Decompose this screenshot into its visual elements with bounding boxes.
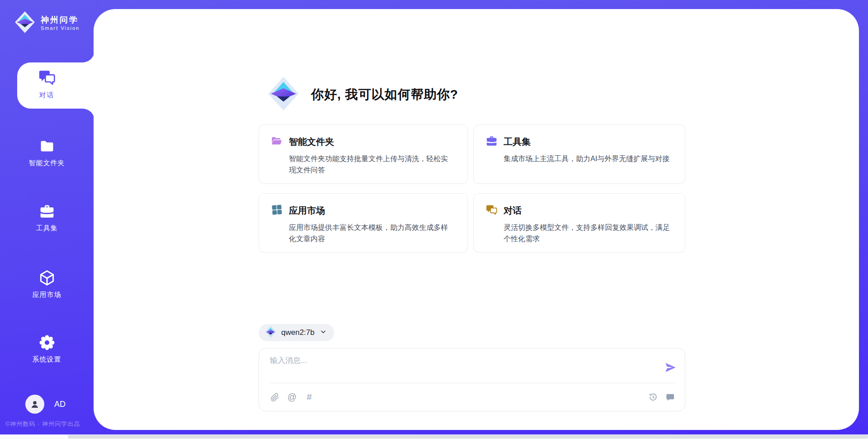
message-composer: @ #	[259, 348, 685, 411]
diamond-logo-icon	[265, 326, 276, 340]
greeting: 你好, 我可以如何帮助你?	[268, 75, 458, 114]
sidebar-item-chat[interactable]: 对话	[0, 68, 94, 100]
card-chat[interactable]: 对话 灵活切换多模型文件，支持多样回复效果调试，满足个性化需求	[473, 193, 685, 253]
card-title: 工具集	[504, 136, 531, 148]
scrollbar-thumb[interactable]	[68, 435, 868, 439]
toolbox-icon	[38, 203, 56, 220]
card-app-market[interactable]: 应用市场 应用市场提供丰富长文本模板，助力高效生成多样化文章内容	[259, 193, 468, 253]
grid-icon	[271, 204, 283, 218]
sidebar-item-label: 系统设置	[33, 355, 61, 364]
horizontal-scrollbar[interactable]	[0, 434, 868, 439]
user-account[interactable]: AD	[25, 395, 66, 414]
cube-icon	[38, 269, 56, 286]
chat-bubble-icon[interactable]	[665, 392, 675, 402]
card-title: 智能文件夹	[289, 136, 334, 148]
main-panel: 你好, 我可以如何帮助你? 智能文件夹 智能文件夹功能支持批量文件上传与清洗，轻…	[94, 9, 859, 430]
diamond-logo-icon	[268, 75, 299, 114]
card-toolset[interactable]: 工具集 集成市场上主流工具，助力AI与外界无缝扩展与对接	[473, 124, 685, 184]
card-title: 对话	[504, 205, 522, 217]
user-initials: AD	[54, 400, 66, 409]
brand-subtitle: Smart Vision	[41, 25, 80, 31]
folder-icon	[38, 138, 56, 155]
sidebar-item-settings[interactable]: 系统设置	[0, 334, 94, 364]
paperclip-icon[interactable]	[270, 392, 280, 402]
sidebar-item-app-market[interactable]: 应用市场	[0, 269, 94, 299]
card-description: 应用市场提供丰富长文本模板，助力高效生成多样化文章内容	[289, 222, 456, 245]
gear-icon	[38, 334, 56, 351]
folder-open-icon	[271, 135, 283, 149]
diamond-logo-icon	[14, 11, 36, 35]
card-description: 智能文件夹功能支持批量文件上传与清洗，轻松实现文件问答	[289, 153, 456, 176]
chevron-down-icon	[320, 328, 327, 337]
send-icon[interactable]	[664, 361, 677, 374]
feature-cards: 智能文件夹 智能文件夹功能支持批量文件上传与清洗，轻松实现文件问答 工具集 集成…	[259, 124, 685, 253]
copyright-text: ©神州数码 · 神州问学出品	[5, 420, 80, 428]
sidebar-item-label: 对话	[39, 91, 55, 100]
greeting-text: 你好, 我可以如何帮助你?	[311, 86, 458, 103]
mention-icon[interactable]: @	[287, 392, 297, 402]
brand-name: 神州问学	[41, 15, 80, 25]
card-description: 集成市场上主流工具，助力AI与外界无缝扩展与对接	[504, 153, 673, 165]
hash-icon[interactable]: #	[304, 392, 314, 402]
chat-icon	[486, 204, 498, 218]
model-selector[interactable]: qwen2:7b	[259, 324, 334, 341]
brand-logo: 神州问学 Smart Vision	[14, 11, 80, 35]
sidebar-item-label: 应用市场	[33, 291, 61, 299]
card-smart-folder[interactable]: 智能文件夹 智能文件夹功能支持批量文件上传与清洗，轻松实现文件问答	[259, 124, 468, 184]
sidebar-item-label: 智能文件夹	[29, 159, 65, 167]
sidebar-item-label: 工具集	[36, 224, 58, 233]
avatar	[25, 395, 44, 414]
model-name: qwen2:7b	[281, 328, 315, 337]
card-title: 应用市场	[289, 205, 325, 217]
composer-toolbar: @ #	[270, 383, 675, 411]
sidebar-item-smart-folder[interactable]: 智能文件夹	[0, 138, 94, 167]
chat-icon	[38, 68, 57, 87]
history-icon[interactable]	[648, 392, 658, 402]
message-input[interactable]	[270, 355, 659, 381]
sidebar: 神州问学 Smart Vision 对话 智能文件夹	[0, 0, 94, 434]
sidebar-item-toolset[interactable]: 工具集	[0, 203, 94, 233]
toolbox-icon	[486, 135, 498, 149]
card-description: 灵活切换多模型文件，支持多样回复效果调试，满足个性化需求	[504, 222, 673, 245]
